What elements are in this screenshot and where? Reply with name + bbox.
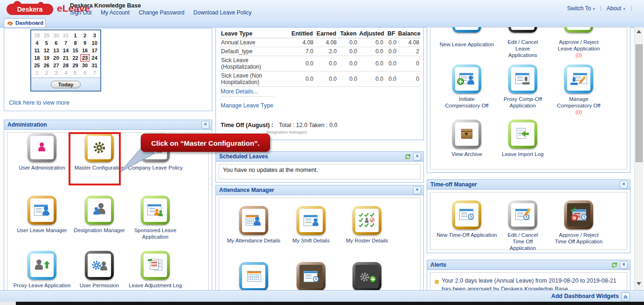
deskera-logo-icon[interactable]: Deskera xyxy=(7,4,53,15)
scroll-up-icon[interactable] xyxy=(637,30,641,33)
tom-item-new-timeoff-application[interactable]: New Time-Off Application xyxy=(436,200,497,238)
att-item-hidden-1[interactable] xyxy=(223,262,284,291)
close-icon[interactable]: ✕ xyxy=(413,186,421,194)
lm-label-new-leave-application[interactable]: New Leave Application xyxy=(436,39,497,48)
close-icon[interactable]: ✕ xyxy=(413,153,421,161)
collapse-chevrons-icon[interactable] xyxy=(621,292,630,301)
lm-item-leave-import-log[interactable]: Leave Import Log xyxy=(492,120,553,157)
calendar-day[interactable]: 27 xyxy=(51,62,61,69)
calendar-day[interactable]: 30 xyxy=(51,32,61,39)
calendar-day-selected[interactable]: 23 xyxy=(80,54,90,62)
admin-item-user-permission[interactable]: User Permission xyxy=(69,251,130,289)
att-item-hidden-2[interactable] xyxy=(281,262,341,291)
calendar-day[interactable]: 6 xyxy=(80,69,90,77)
calendar-day[interactable]: 19 xyxy=(42,54,52,62)
calendar-day[interactable]: 24 xyxy=(90,54,99,62)
app-header: Deskera eLeave Deskera Knowledge Base Si… xyxy=(0,0,644,18)
lm-label-edit-cancel-leave[interactable]: Edit / Cancel Leave Applications xyxy=(492,39,553,58)
refresh-icon[interactable] xyxy=(404,153,411,160)
close-icon[interactable]: ✕ xyxy=(620,261,628,269)
calendar-day[interactable]: 11 xyxy=(32,47,42,54)
calendar-day[interactable]: 15 xyxy=(70,47,80,54)
calendar-day[interactable]: 29 xyxy=(70,62,80,69)
att-item-my-roster-details[interactable]: My Roster Details xyxy=(337,206,397,244)
download-leave-policy-link[interactable]: Download Leave Policy xyxy=(194,9,252,16)
admin-item-leave-adjustment-log[interactable]: Leave Adjustment Log xyxy=(125,251,186,289)
close-icon[interactable]: ✕ xyxy=(620,181,628,189)
alert-item[interactable]: Your 2.0 days leave (Annual Leave) from … xyxy=(430,273,627,285)
calendar-day[interactable]: 10 xyxy=(90,39,99,47)
calendar-day[interactable]: 29 xyxy=(42,32,52,39)
calendar-day[interactable]: 14 xyxy=(61,47,71,54)
scroll-thumb[interactable] xyxy=(636,44,643,162)
add-dashboard-widgets-link[interactable]: Add Dashboard Widgets xyxy=(551,291,619,302)
calendar-day[interactable]: 20 xyxy=(51,54,61,62)
lm-item-new-leave-application-iconpart[interactable] xyxy=(436,27,497,33)
calendar-day[interactable]: 7 xyxy=(90,69,99,77)
calendar-day[interactable]: 5 xyxy=(70,69,80,77)
lm-item-edit-cancel-leave-iconpart[interactable] xyxy=(492,27,553,33)
vertical-scrollbar[interactable] xyxy=(634,27,643,290)
calendar-day[interactable]: 1 xyxy=(32,69,42,77)
lm-label-approve-reject-leave[interactable]: Approve / Reject Leave Application (0) xyxy=(548,39,609,58)
calendar-day[interactable]: 4 xyxy=(32,39,42,47)
lm-item-proxy-comp-off-application[interactable]: Proxy Comp-Off Application xyxy=(492,64,553,109)
calendar-day[interactable]: 28 xyxy=(61,62,71,69)
calendar-day[interactable]: 12 xyxy=(42,47,52,54)
switch-to-menu[interactable]: Switch To▾ xyxy=(567,5,595,12)
manage-leave-type-link[interactable]: Manage Leave Type xyxy=(221,102,274,110)
calendar-day[interactable]: 26 xyxy=(42,62,52,69)
calendar-day[interactable]: 28 xyxy=(32,32,42,39)
header-right-menu: Switch To▾ About▾ xyxy=(567,5,636,12)
admin-item-user-administration[interactable]: User Administration xyxy=(12,133,72,171)
today-button[interactable]: Today xyxy=(51,81,80,88)
calendar-day[interactable]: 5 xyxy=(42,39,52,47)
more-details-link[interactable]: More Details... xyxy=(221,88,274,97)
lm-item-manage-compensatory-off[interactable]: Manage Compensatory Off (0) xyxy=(548,64,609,115)
calendar-day[interactable]: 4 xyxy=(61,69,71,77)
calendar-day[interactable]: 13 xyxy=(51,47,61,54)
lm-item-view-archive[interactable]: View Archive xyxy=(436,120,497,157)
lm-item-initiate-compensatory-off[interactable]: Initiate Compensatory Off xyxy=(436,64,497,109)
calendar-day[interactable]: 3 xyxy=(51,69,61,77)
close-icon[interactable]: ✕ xyxy=(201,121,209,129)
calendar-day[interactable]: 7 xyxy=(61,39,71,47)
change-password-link[interactable]: Change Password xyxy=(138,9,184,16)
scroll-down-icon[interactable] xyxy=(637,282,641,285)
calendar-day[interactable]: 31 xyxy=(90,62,99,69)
tom-item-edit-cancel-timeoff[interactable]: Edit / Cancel Time Off Application xyxy=(492,200,553,251)
calendar-day[interactable]: 9 xyxy=(80,39,90,47)
calendar-day[interactable]: 16 xyxy=(80,47,90,54)
calendar-day[interactable]: 25 xyxy=(32,62,42,69)
my-account-link[interactable]: My Account xyxy=(101,9,130,16)
admin-item-designation-manager[interactable]: Designation Manager xyxy=(69,196,130,234)
view-more-link[interactable]: Click here to view more xyxy=(9,99,69,106)
admin-item-user-leave-manager[interactable]: User Leave Manager xyxy=(12,196,72,234)
sign-out-link[interactable]: Sign Out xyxy=(70,9,92,16)
calendar-day[interactable]: 18 xyxy=(32,54,42,62)
calendar-day[interactable]: 17 xyxy=(90,47,99,54)
admin-item-proxy-leave-application[interactable]: Proxy Leave Application xyxy=(12,251,72,289)
refresh-icon[interactable] xyxy=(611,262,618,269)
calendar-day[interactable]: 21 xyxy=(61,54,71,62)
initiate-compensatory-off-icon xyxy=(452,64,481,93)
calendar-day[interactable]: 2 xyxy=(42,69,52,77)
about-menu[interactable]: About▾ xyxy=(607,5,625,12)
calendar-day[interactable]: 3 xyxy=(90,32,99,39)
calendar-day[interactable]: 22 xyxy=(70,54,80,62)
calendar-day[interactable]: 2 xyxy=(80,32,90,39)
att-item-my-attendance-details[interactable]: My Attendance Details xyxy=(223,206,284,244)
att-item-my-shift-details[interactable]: My Shift Details xyxy=(281,206,341,244)
lm-item-approve-reject-leave-iconpart[interactable] xyxy=(548,27,609,33)
tab-dashboard[interactable]: Dashboard xyxy=(4,18,46,27)
tom-item-approve-reject-timeoff[interactable]: Approve / Reject Time Off Application xyxy=(548,200,609,245)
calendar-day[interactable]: 1 xyxy=(70,32,80,39)
admin-item-sponsored-leave-application[interactable]: Sponsored Leave Application xyxy=(125,196,186,240)
calendar-day[interactable]: 8 xyxy=(70,39,80,47)
calendar-day[interactable]: 31 xyxy=(61,32,71,39)
calendar-day[interactable]: 6 xyxy=(51,39,61,47)
archive-box-icon xyxy=(461,129,472,139)
calendar-day[interactable]: 30 xyxy=(80,62,90,69)
att-item-hidden-3[interactable] xyxy=(337,262,397,291)
my-shift-details-icon xyxy=(297,206,325,235)
